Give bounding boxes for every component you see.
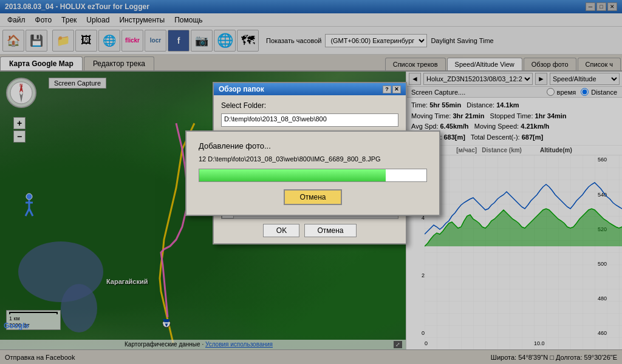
folder-dialog-help-button[interactable]: ?	[383, 86, 391, 93]
folder-dialog-title: Обзор папок ? ✕	[214, 83, 406, 95]
progress-bar-fill	[199, 169, 386, 181]
progress-dialog: Добавление фото... 12 D:\temp\foto\2013_…	[185, 130, 440, 216]
folder-dialog-close-button[interactable]: ✕	[392, 86, 401, 93]
folder-ok-button[interactable]: OK	[263, 224, 299, 237]
folder-dialog-buttons: OK Отмена	[221, 224, 398, 237]
progress-title: Добавление фото...	[199, 141, 427, 150]
folder-path-display: D:\temp\foto\2013_08_03\web\800	[221, 113, 398, 127]
progress-filename: 12 D:\temp\foto\2013_08_03\web\800\IMG_6…	[199, 155, 427, 163]
folder-dialog-title-text: Обзор папок	[219, 85, 264, 93]
select-folder-label: Select Folder:	[221, 101, 398, 110]
progress-cancel-button[interactable]: Отмена	[284, 189, 341, 205]
progress-bar-container	[199, 169, 427, 182]
dialog-overlay: Обзор папок ? ✕ Select Folder: D:\temp\f…	[0, 0, 622, 364]
folder-cancel-button[interactable]: Отмена	[304, 224, 356, 237]
folder-dialog-controls: ? ✕	[383, 86, 401, 93]
